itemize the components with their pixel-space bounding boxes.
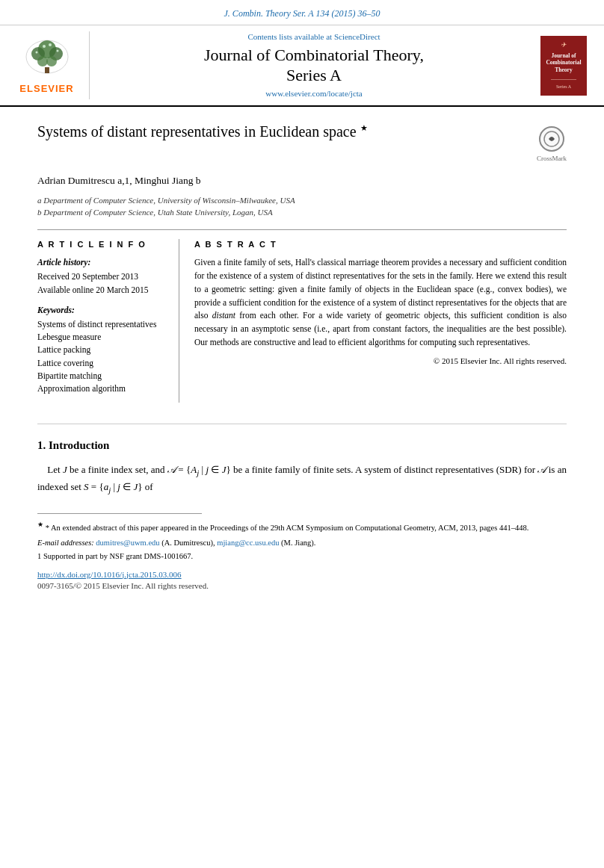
- journal-cover: ✈ Journal ofCombinatorialTheory ────────…: [538, 31, 589, 100]
- abstract-column: A B S T R A C T Given a finite family of…: [194, 239, 567, 403]
- elsevier-logo-box: ELSEVIER: [15, 31, 90, 100]
- copyright-line: © 2015 Elsevier Inc. All rights reserved…: [194, 356, 567, 367]
- article-history-title: Article history:: [37, 256, 168, 268]
- doi-link[interactable]: http://dx.doi.org/10.1016/j.jcta.2015.03…: [37, 570, 182, 579]
- svg-point-5: [37, 56, 48, 66]
- article-history-content: Received 20 September 2013 Available onl…: [37, 270, 168, 297]
- svg-point-9: [35, 52, 37, 54]
- elsevier-label: ELSEVIER: [19, 82, 73, 96]
- svg-point-6: [46, 56, 57, 66]
- journal-reference: J. Combin. Theory Ser. A 134 (2015) 36–5…: [0, 0, 604, 25]
- issn-line: 0097-3165/© 2015 Elsevier Inc. All right…: [37, 580, 567, 592]
- keyword-3: Lattice packing: [37, 344, 168, 356]
- affiliation-a: a Department of Computer Science, Univer…: [37, 194, 567, 207]
- star-footnote: ★ * An extended abstract of this paper a…: [37, 520, 567, 534]
- two-column-section: A R T I C L E I N F O Article history: R…: [37, 229, 567, 403]
- abstract-text: Given a finite family of sets, Hall's cl…: [194, 256, 567, 350]
- footnotes: ★ * An extended abstract of this paper a…: [37, 520, 567, 562]
- keywords-title: Keywords:: [37, 304, 168, 316]
- affiliations: a Department of Computer Science, Univer…: [37, 194, 567, 219]
- introduction-section: 1. Introduction Let J be a finite index …: [0, 430, 604, 504]
- paper-title: Systems of distant representatives in Eu…: [37, 122, 368, 141]
- email2-link[interactable]: mjiang@cc.usu.edu: [217, 539, 279, 547]
- intro-text: Let J be a finite index set, and 𝒜 = {Aj…: [37, 462, 567, 497]
- journal-title: Journal of Combinatorial Theory, Series …: [204, 46, 424, 85]
- email1-link[interactable]: dumitres@uwm.edu: [96, 539, 159, 547]
- authors-line: Adrian Dumitrescu a,1, Minghui Jiang b: [37, 174, 567, 188]
- footnote1-text: 1 Supported in part by NSF grant DMS-100…: [37, 551, 567, 562]
- keyword-4: Lattice covering: [37, 357, 168, 370]
- svg-rect-1: [45, 67, 49, 73]
- doi-section: http://dx.doi.org/10.1016/j.jcta.2015.03…: [37, 569, 567, 592]
- available-date: Available online 20 March 2015: [37, 284, 168, 297]
- keyword-6: Approximation algorithm: [37, 382, 168, 395]
- journal-title-box: Contents lists available at ScienceDirec…: [97, 31, 531, 100]
- keywords-list: Systems of distinct representatives Lebe…: [37, 318, 168, 396]
- sciencedirect-text: Contents lists available at ScienceDirec…: [247, 31, 380, 43]
- keyword-5: Bipartite matching: [37, 370, 168, 382]
- title-section: Systems of distant representatives in Eu…: [37, 122, 567, 164]
- section-title: 1. Introduction: [37, 438, 567, 453]
- affiliation-b: b Department of Computer Science, Utah S…: [37, 206, 567, 219]
- svg-point-7: [43, 45, 46, 48]
- article-info-header: A R T I C L E I N F O: [37, 239, 168, 250]
- crossmark-badge: CrossMark: [537, 126, 567, 164]
- keyword-1: Systems of distinct representatives: [37, 318, 168, 331]
- keyword-2: Lebesgue measure: [37, 331, 168, 344]
- svg-point-10: [56, 50, 58, 52]
- journal-banner: ELSEVIER Contents lists available at Sci…: [0, 25, 604, 108]
- footnote-divider: [37, 513, 202, 514]
- journal-url[interactable]: www.elsevier.com/locate/jcta: [265, 88, 362, 99]
- elsevier-tree-icon: [17, 34, 77, 79]
- crossmark-icon: [539, 126, 564, 152]
- email-footnote: E-mail addresses: dumitres@uwm.edu (A. D…: [37, 537, 567, 549]
- svg-point-8: [49, 43, 52, 46]
- abstract-header: A B S T R A C T: [194, 239, 567, 250]
- received-date: Received 20 September 2013: [37, 270, 168, 283]
- star-sup: ★: [360, 124, 368, 133]
- article-info-column: A R T I C L E I N F O Article history: R…: [37, 239, 179, 403]
- paper-content: Systems of distant representatives in Eu…: [0, 107, 604, 418]
